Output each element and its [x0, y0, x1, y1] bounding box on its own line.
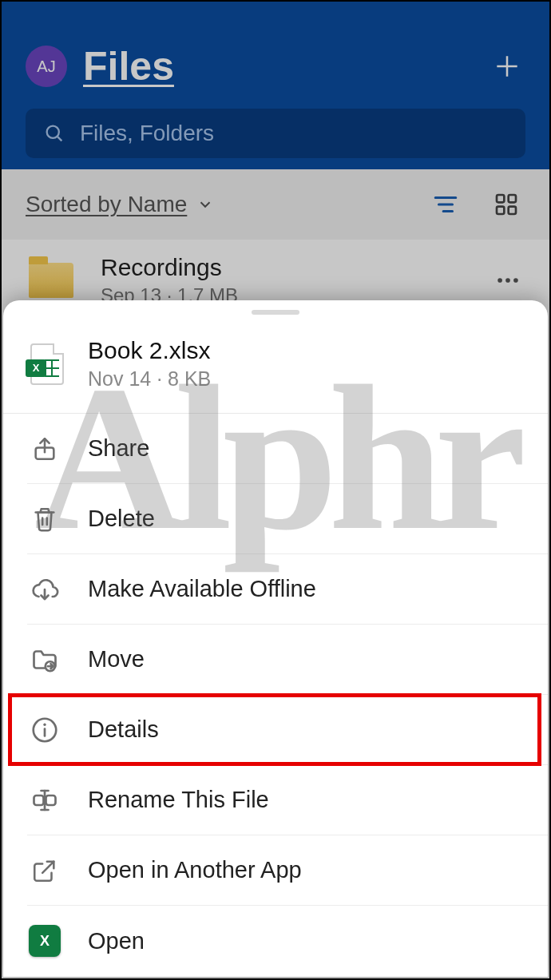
sheet-grabber[interactable]	[252, 310, 299, 315]
sheet-file-name: Book 2.xlsx	[88, 337, 211, 364]
cloud-download-icon	[27, 572, 62, 607]
svg-rect-13	[46, 796, 56, 805]
menu-label: Details	[88, 716, 159, 743]
svg-rect-3	[497, 207, 504, 214]
plus-icon	[492, 51, 522, 81]
grid-view-button[interactable]	[487, 185, 525, 224]
menu-item-open[interactable]: X Open	[27, 906, 548, 976]
svg-rect-12	[34, 796, 44, 805]
menu-item-open-external[interactable]: Open in Another App	[27, 835, 548, 906]
svg-point-0	[47, 126, 59, 138]
add-button[interactable]	[489, 48, 525, 85]
svg-rect-4	[509, 207, 516, 214]
grid-icon	[494, 192, 519, 217]
folder-move-icon	[27, 642, 62, 677]
more-horizontal-icon	[494, 267, 521, 294]
search-icon	[43, 122, 65, 145]
sheet-file-meta: Nov 14 · 8 KB	[88, 367, 211, 391]
menu-label: Rename This File	[88, 787, 269, 813]
sort-bar: Sorted by Name	[2, 169, 549, 240]
menu-item-offline[interactable]: Make Available Offline	[27, 554, 548, 625]
menu-label: Delete	[88, 506, 155, 532]
menu-item-rename[interactable]: Rename This File	[27, 765, 548, 835]
filter-lines-icon	[432, 191, 459, 218]
excel-app-icon: X	[27, 923, 62, 958]
action-menu: Share Delete Make Available Offline Move	[3, 414, 548, 977]
rename-icon	[27, 783, 62, 818]
action-sheet: Book 2.xlsx Nov 14 · 8 KB Share Delete	[3, 300, 548, 977]
item-name: Recordings	[101, 254, 490, 281]
svg-point-7	[513, 278, 518, 283]
app-header: AJ Files Files, Folders	[2, 2, 549, 169]
page-title[interactable]: Files	[83, 43, 489, 89]
filter-button[interactable]	[426, 185, 465, 224]
menu-label: Open in Another App	[88, 857, 302, 883]
search-placeholder: Files, Folders	[80, 121, 214, 146]
svg-point-11	[43, 723, 46, 725]
excel-file-icon	[30, 343, 64, 385]
folder-icon	[29, 263, 73, 298]
menu-item-details[interactable]: Details	[27, 695, 548, 765]
svg-point-6	[505, 278, 510, 283]
item-more-button[interactable]	[490, 263, 525, 298]
menu-item-delete[interactable]: Delete	[27, 484, 548, 554]
menu-label: Share	[88, 435, 149, 462]
menu-item-share[interactable]: Share	[27, 414, 548, 484]
menu-item-move[interactable]: Move	[27, 625, 548, 695]
svg-rect-2	[509, 195, 516, 202]
menu-label: Move	[88, 646, 145, 673]
menu-label: Open	[88, 928, 145, 954]
sort-button[interactable]: Sorted by Name	[26, 192, 214, 217]
svg-rect-1	[497, 195, 504, 202]
sort-label-text: Sorted by Name	[26, 192, 187, 217]
menu-label: Make Available Offline	[88, 576, 316, 602]
avatar[interactable]: AJ	[26, 46, 67, 87]
info-icon	[27, 712, 62, 748]
trash-icon	[27, 502, 62, 537]
chevron-down-icon	[196, 196, 214, 213]
share-icon	[27, 431, 62, 466]
search-input[interactable]: Files, Folders	[26, 109, 525, 158]
svg-point-5	[497, 278, 502, 283]
open-external-icon	[27, 853, 62, 888]
sheet-header: Book 2.xlsx Nov 14 · 8 KB	[3, 319, 548, 414]
